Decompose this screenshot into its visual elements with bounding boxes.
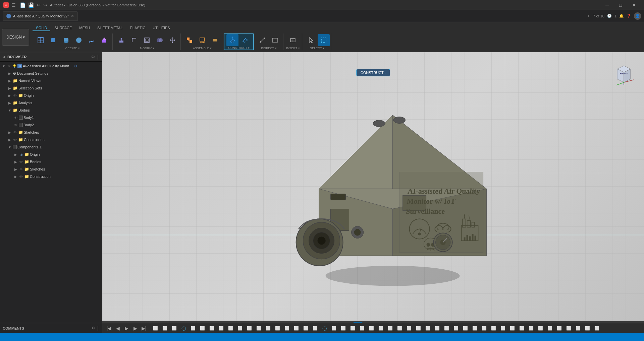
timeline-op-2[interactable]: ⬜ [160, 324, 169, 333]
tab-solid[interactable]: SOLID [33, 25, 50, 31]
move-button[interactable] [166, 34, 178, 46]
timeline-op-20[interactable]: ⬜ [329, 324, 338, 333]
timeline-op-38[interactable]: ⬜ [498, 324, 507, 333]
tab-close-button[interactable]: ✕ [71, 14, 74, 18]
offset-plane-button[interactable] [226, 34, 238, 46]
browser-item-analysis[interactable]: ▶ 📁 Analysis [0, 99, 102, 107]
save-icon[interactable]: 💾 [28, 2, 34, 8]
c1-sketches-eye-icon[interactable]: 👁 [19, 167, 23, 172]
timeline-op-3[interactable]: ⬜ [169, 324, 179, 333]
browser-settings-icon[interactable]: ⚙ [91, 55, 95, 59]
assemble-label[interactable]: ASSEMBLE ▾ [193, 47, 212, 50]
extrude-button[interactable] [98, 34, 110, 46]
timeline-op-25[interactable]: ⬜ [376, 324, 385, 333]
sketch-button[interactable] [86, 34, 98, 46]
viewport[interactable]: AI-assisted Air Quality Monitor w/ IoT S… [102, 52, 644, 333]
select-label[interactable]: SELECT ▾ [310, 47, 324, 50]
root-collapse-arrow[interactable]: ▼ [1, 64, 6, 68]
timeline-op-5[interactable]: ⬜ [188, 324, 198, 333]
tab-surface[interactable]: SURFACE [51, 25, 75, 31]
help-icon[interactable]: ❓ [627, 14, 631, 18]
origin-arrow[interactable]: ▶ [7, 93, 12, 98]
user-avatar[interactable]: 👤 [634, 12, 641, 20]
timeline-op-6[interactable]: ⬜ [198, 324, 207, 333]
press-pull-button[interactable] [115, 34, 127, 46]
browser-back-icon[interactable]: ◀ [3, 55, 5, 59]
c1-bodies-arrow[interactable]: ▶ [13, 159, 18, 164]
timeline-op-23[interactable]: ⬜ [357, 324, 367, 333]
body2-eye-icon[interactable]: 👁 [13, 123, 18, 127]
timeline-op-37[interactable]: ⬜ [489, 324, 498, 333]
selection-sets-arrow[interactable]: ▶ [7, 86, 12, 90]
shell-button[interactable] [141, 34, 153, 46]
browser-item-bodies[interactable]: ▼ 📁 Bodies [0, 107, 102, 114]
undo-icon[interactable]: ↩ [37, 2, 41, 8]
comments-settings-icon[interactable]: ⚙ [92, 326, 95, 330]
document-tab[interactable]: AI-assisted Air Quality Monitor v2* ✕ [3, 11, 78, 21]
construction-eye-icon[interactable]: 👁 [13, 137, 17, 142]
timeline-op-41[interactable]: ⬜ [526, 324, 536, 333]
browser-item-construction[interactable]: ▶ 👁 📁 Construction [0, 136, 102, 143]
timeline-op-32[interactable]: ⬜ [442, 324, 451, 333]
box-button[interactable] [47, 34, 59, 46]
insert-mesh-button[interactable] [287, 34, 299, 46]
timeline-op-29[interactable]: ⬜ [414, 324, 423, 333]
maximize-button[interactable]: □ [614, 0, 627, 10]
timeline-op-7[interactable]: ⬜ [207, 324, 216, 333]
timeline-op-9[interactable]: ⬜ [226, 324, 235, 333]
new-component-button[interactable] [35, 34, 47, 46]
timeline-op-11[interactable]: ⬜ [245, 324, 254, 333]
timeline-op-1[interactable]: ⬜ [151, 324, 160, 333]
box-select-button[interactable] [318, 34, 330, 46]
timeline-op-10[interactable]: ⬜ [235, 324, 245, 333]
timeline-op-21[interactable]: ⬜ [338, 324, 348, 333]
timeline-op-17[interactable]: ⬜ [301, 324, 310, 333]
browser-item-named-views[interactable]: ▶ 📁 Named Views [0, 77, 102, 84]
browser-item-selection-sets[interactable]: ▶ 📁 Selection Sets [0, 84, 102, 92]
timeline-op-15[interactable]: ⬜ [282, 324, 291, 333]
named-views-arrow[interactable]: ▶ [7, 78, 12, 83]
timeline-op-26[interactable]: ⬜ [385, 324, 395, 333]
assemble-ground-button[interactable] [196, 34, 208, 46]
modify-label[interactable]: MODIFY ▾ [140, 47, 154, 50]
create-label[interactable]: CREATE ▾ [65, 47, 80, 50]
timeline-op-44[interactable]: ⬜ [554, 324, 564, 333]
fillet-button[interactable] [128, 34, 140, 46]
browser-item-body1[interactable]: 👁 Body1 [0, 114, 102, 121]
minimize-button[interactable]: ─ [600, 0, 614, 10]
menu-icon[interactable]: ☰ [11, 2, 16, 8]
browser-pin-icon[interactable]: │ [97, 55, 100, 59]
timeline-op-24[interactable]: ⬜ [367, 324, 376, 333]
component1-arrow[interactable]: ▼ [7, 145, 12, 149]
root-light-icon[interactable]: 💡 [12, 64, 17, 68]
browser-item-doc-settings[interactable]: ▶ ⚙ Document Settings [0, 70, 102, 77]
construct-label[interactable]: CONSTRUCT ▾ [228, 46, 250, 50]
c1-construction-arrow[interactable]: ▶ [13, 174, 18, 179]
tab-mesh[interactable]: MESH [76, 25, 93, 31]
timeline-op-45[interactable]: ⬜ [564, 324, 573, 333]
timeline-op-19[interactable]: ◯ [320, 324, 329, 333]
cylinder-button[interactable] [60, 34, 72, 46]
timeline-op-22[interactable]: ⬜ [348, 324, 357, 333]
browser-item-origin[interactable]: ▶ 👁 📁 Origin [0, 92, 102, 99]
measure-button[interactable] [256, 34, 268, 46]
origin-eye-icon[interactable]: 👁 [13, 93, 17, 98]
select-button[interactable] [305, 34, 317, 46]
new-tab-button[interactable]: ＋ [587, 13, 590, 18]
timeline-op-43[interactable]: ⬜ [545, 324, 554, 333]
timeline-op-28[interactable]: ⬜ [404, 324, 414, 333]
timeline-op-39[interactable]: ⬜ [507, 324, 517, 333]
body1-eye-icon[interactable]: 👁 [13, 115, 18, 120]
browser-item-c1-sketches[interactable]: ▶ 👁 📁 Sketches [0, 165, 102, 173]
bodies-arrow[interactable]: ▼ [7, 108, 12, 113]
motion-link-button[interactable] [209, 34, 221, 46]
doc-settings-arrow[interactable]: ▶ [7, 71, 12, 76]
timeline-op-27[interactable]: ⬜ [395, 324, 404, 333]
inspect-label[interactable]: INSPECT ▾ [261, 47, 276, 50]
c1-bodies-eye-icon[interactable]: 👁 [19, 159, 23, 164]
browser-item-c1-origin[interactable]: ▶ ◑ 📁 Origin [0, 151, 102, 158]
timeline-op-40[interactable]: ⬜ [517, 324, 526, 333]
close-button[interactable]: ✕ [627, 0, 641, 10]
timeline-op-4[interactable]: ◯ [179, 324, 188, 333]
design-mode-button[interactable]: DESIGN ▾ [2, 29, 29, 46]
